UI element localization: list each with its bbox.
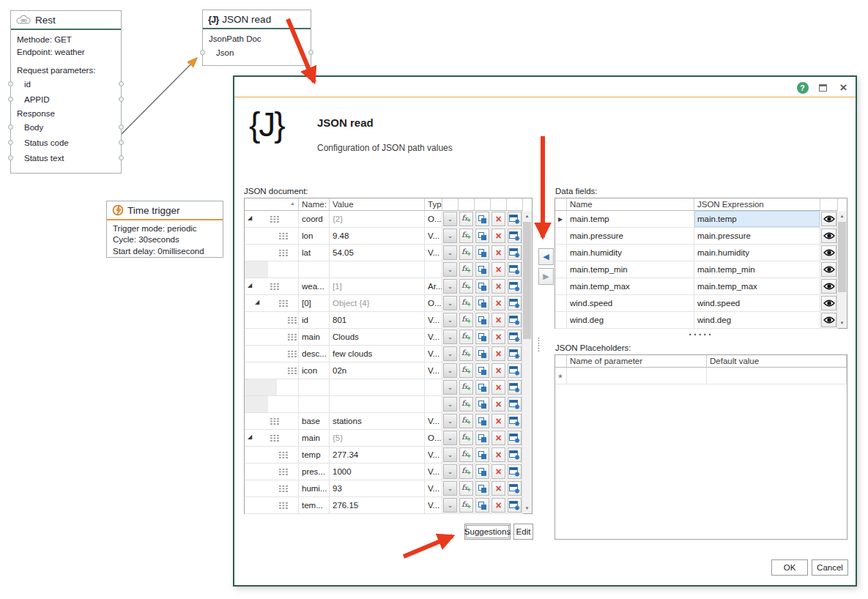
type-dropdown-button[interactable]: ⌄ xyxy=(443,245,457,260)
type-dropdown-button[interactable]: ⌄ xyxy=(443,363,457,378)
copy-button[interactable] xyxy=(475,262,489,277)
window-settings-button[interactable] xyxy=(508,228,522,243)
window-settings-button[interactable] xyxy=(508,431,522,445)
json-doc-value-cell[interactable]: 277.34 xyxy=(330,447,425,464)
rest-node-output-port[interactable] xyxy=(119,124,124,130)
row-drag-handle-icon[interactable] xyxy=(278,300,289,308)
window-settings-button[interactable] xyxy=(508,498,522,513)
row-drag-handle-icon[interactable] xyxy=(269,434,280,442)
json-read-node-output-port[interactable] xyxy=(308,50,314,55)
preview-eye-button[interactable] xyxy=(821,228,837,243)
json-doc-name-cell[interactable]: icon xyxy=(299,362,330,379)
json-doc-name-cell[interactable] xyxy=(299,396,330,413)
preview-eye-button[interactable] xyxy=(821,279,837,294)
column-header-type[interactable]: Type xyxy=(425,198,442,211)
formula-add-button[interactable]: fx+ xyxy=(459,380,473,395)
preview-eye-button[interactable] xyxy=(821,212,837,226)
data-field-name-cell[interactable]: main.temp_min xyxy=(567,261,694,278)
column-header-value[interactable]: Value xyxy=(330,198,425,211)
json-doc-name-cell[interactable]: base xyxy=(299,413,330,430)
new-row-selector-cell[interactable]: * xyxy=(555,368,567,384)
json-doc-tree-cell[interactable]: ◢ xyxy=(245,278,299,295)
window-settings-button[interactable] xyxy=(508,279,522,294)
data-field-name-cell[interactable]: main.temp xyxy=(567,211,694,228)
row-drag-handle-icon[interactable] xyxy=(278,485,289,493)
json-doc-tree-cell[interactable] xyxy=(245,379,299,396)
cancel-button[interactable]: Cancel xyxy=(812,559,848,576)
row-drag-handle-icon[interactable] xyxy=(286,350,297,358)
placeholder-name-cell[interactable] xyxy=(567,368,707,384)
type-dropdown-button[interactable]: ⌄ xyxy=(443,262,457,277)
scroll-down-icon[interactable]: ▼ xyxy=(837,318,847,328)
json-doc-value-cell[interactable]: few clouds xyxy=(330,346,425,362)
delete-button[interactable]: × xyxy=(492,414,505,428)
copy-button[interactable] xyxy=(475,330,489,344)
row-drag-handle-icon[interactable] xyxy=(269,215,280,223)
formula-add-button[interactable]: fx+ xyxy=(459,245,473,260)
move-left-button[interactable]: ◀ xyxy=(538,248,554,265)
json-doc-type-cell[interactable] xyxy=(425,379,442,396)
type-dropdown-button[interactable]: ⌄ xyxy=(443,313,457,327)
delete-button[interactable]: × xyxy=(492,363,505,378)
move-right-button[interactable]: ▶ xyxy=(538,268,554,285)
copy-button[interactable] xyxy=(475,313,489,327)
json-doc-value-cell[interactable] xyxy=(330,396,425,413)
data-field-expression-cell[interactable]: main.humidity xyxy=(694,245,820,261)
window-settings-button[interactable] xyxy=(508,380,522,395)
delete-button[interactable]: × xyxy=(492,228,505,243)
edit-button[interactable]: Edit xyxy=(513,524,533,540)
json-doc-type-cell[interactable] xyxy=(425,261,442,278)
column-header-default-value[interactable]: Default value xyxy=(707,355,847,368)
json-document-scrollbar[interactable]: ▲▼ xyxy=(522,211,532,513)
json-doc-value-cell[interactable]: 02n xyxy=(330,362,425,379)
help-button[interactable]: ? xyxy=(796,81,809,94)
data-fields-scrollbar[interactable]: ▲▼ xyxy=(837,211,847,328)
window-settings-button[interactable] xyxy=(508,397,522,412)
data-field-expression-cell[interactable]: main.temp_min xyxy=(694,261,820,278)
json-doc-value-cell[interactable] xyxy=(330,379,425,396)
json-doc-tree-cell[interactable] xyxy=(245,497,299,514)
delete-button[interactable]: × xyxy=(492,481,505,496)
json-doc-name-cell[interactable]: pres... xyxy=(299,464,330,480)
close-button[interactable]: × xyxy=(837,81,850,94)
json-doc-value-cell[interactable]: 801 xyxy=(330,312,425,329)
type-dropdown-button[interactable]: ⌄ xyxy=(443,228,457,243)
copy-button[interactable] xyxy=(475,481,489,496)
preview-eye-button[interactable] xyxy=(821,296,837,310)
copy-button[interactable] xyxy=(475,380,489,395)
data-field-name-cell[interactable]: main.pressure xyxy=(567,228,694,245)
row-selector-cell[interactable] xyxy=(555,228,567,245)
row-drag-handle-icon[interactable] xyxy=(269,417,280,425)
delete-button[interactable]: × xyxy=(492,431,505,445)
rest-node-input-port[interactable] xyxy=(8,155,13,160)
json-doc-name-cell[interactable]: temp xyxy=(299,447,330,464)
formula-add-button[interactable]: fx+ xyxy=(459,212,473,226)
maximize-button[interactable] xyxy=(817,81,829,94)
rest-node-output-port[interactable] xyxy=(119,140,124,145)
time-trigger-node[interactable]: Time trigger Trigger mode: periodicCycle… xyxy=(106,201,223,258)
json-doc-type-cell[interactable]: V... xyxy=(425,329,442,346)
dialog-titlebar[interactable]: ? × xyxy=(234,77,856,97)
formula-add-button[interactable]: fx+ xyxy=(459,414,473,428)
scrollbar-thumb[interactable] xyxy=(838,222,846,292)
copy-button[interactable] xyxy=(475,363,489,378)
copy-button[interactable] xyxy=(475,296,489,310)
delete-button[interactable]: × xyxy=(492,346,505,361)
formula-add-button[interactable]: fx+ xyxy=(459,447,473,462)
json-doc-type-cell[interactable]: V... xyxy=(425,362,442,379)
json-doc-tree-cell[interactable] xyxy=(245,346,299,362)
window-settings-button[interactable] xyxy=(508,212,522,226)
json-doc-type-cell[interactable]: V... xyxy=(425,346,442,362)
json-doc-name-cell[interactable] xyxy=(299,261,330,278)
json-doc-value-cell[interactable]: 54.05 xyxy=(330,245,425,261)
json-doc-name-cell[interactable]: humi... xyxy=(299,480,330,497)
json-doc-value-cell[interactable]: stations xyxy=(330,413,425,430)
row-drag-handle-icon[interactable] xyxy=(286,367,297,375)
column-header-json-expression[interactable]: JSON Expression xyxy=(694,198,820,211)
json-doc-type-cell[interactable]: O... xyxy=(425,430,442,447)
type-dropdown-button[interactable]: ⌄ xyxy=(443,346,457,361)
copy-button[interactable] xyxy=(475,464,489,479)
row-drag-handle-icon[interactable] xyxy=(286,333,297,341)
delete-button[interactable]: × xyxy=(492,296,505,310)
json-doc-tree-cell[interactable]: ◢ xyxy=(245,211,299,228)
